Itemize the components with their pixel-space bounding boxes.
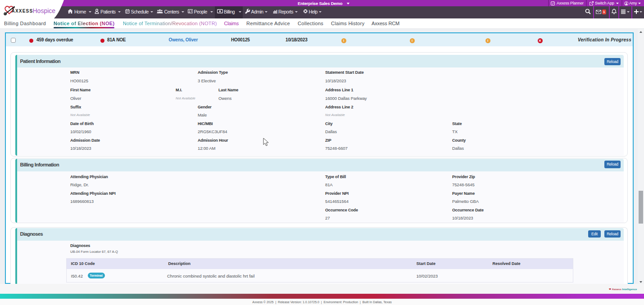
svg-text:AXXESS: AXXESS [12, 9, 33, 13]
svg-text:Hospice: Hospice [33, 7, 56, 14]
